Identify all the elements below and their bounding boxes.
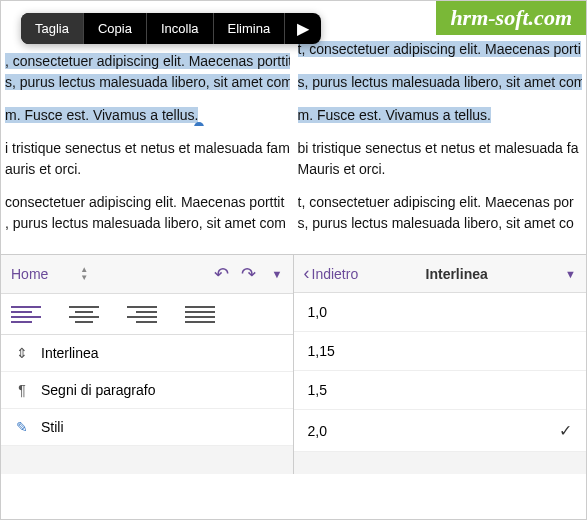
chevron-left-icon: ‹ — [304, 263, 310, 284]
format-panel-left: Home ▲▼ ↶ ↷ ▼ ⇕ Interlinea ¶ Segni di pa… — [1, 255, 294, 474]
redo-icon[interactable]: ↷ — [241, 263, 256, 285]
doc-right-column[interactable]: t, consectetuer adipiscing elit. Maecena… — [294, 1, 587, 254]
option-label: 2,0 — [308, 423, 327, 439]
text-line[interactable]: , purus lectus malesuada libero, sit ame… — [5, 213, 290, 234]
text-line[interactable]: bi tristique senectus et netus et malesu… — [298, 138, 583, 159]
option-1-5[interactable]: 1,5 — [294, 371, 587, 410]
format-item-stili[interactable]: ✎ Stili — [1, 409, 293, 446]
text-selected[interactable]: m. Fusce est. Vivamus a tellus. — [298, 107, 491, 123]
menu-copy[interactable]: Copia — [84, 13, 147, 44]
panel-title: Interlinea — [358, 266, 555, 282]
context-menu: Taglia Copia Incolla Elimina ▶ — [21, 13, 321, 44]
text-line[interactable]: i tristique senectus et netus et malesua… — [5, 138, 290, 159]
bottom-panels: Home ▲▼ ↶ ↷ ▼ ⇕ Interlinea ¶ Segni di pa… — [1, 254, 586, 474]
align-justify-button[interactable] — [185, 302, 215, 326]
tab-home[interactable]: Home — [11, 266, 48, 282]
back-button[interactable]: ‹ Indietro — [304, 263, 359, 284]
option-1-0[interactable]: 1,0 — [294, 293, 587, 332]
panel-header: Home ▲▼ ↶ ↷ ▼ — [1, 255, 293, 294]
format-item-paragrafo[interactable]: ¶ Segni di paragrafo — [1, 372, 293, 409]
text-selected[interactable]: m. Fusce est. Vivamus a tellus. — [5, 107, 198, 123]
format-label: Segni di paragrafo — [41, 382, 155, 398]
alignment-row — [1, 294, 293, 335]
paragraph-icon: ¶ — [13, 382, 31, 398]
format-item-interlinea[interactable]: ⇕ Interlinea — [1, 335, 293, 372]
text-line[interactable]: t, consectetuer adipiscing elit. Maecena… — [298, 192, 583, 213]
option-1-15[interactable]: 1,15 — [294, 332, 587, 371]
line-spacing-icon: ⇕ — [13, 345, 31, 361]
align-center-button[interactable] — [69, 302, 99, 326]
text-line[interactable]: consectetuer adipiscing elit. Maecenas p… — [5, 192, 290, 213]
align-right-button[interactable] — [127, 302, 157, 326]
interlinea-panel-right: ‹ Indietro Interlinea ▼ 1,0 1,15 1,5 2,0… — [294, 255, 587, 474]
check-icon: ✓ — [559, 421, 572, 440]
option-2-0[interactable]: 2,0 ✓ — [294, 410, 587, 452]
menu-cut[interactable]: Taglia — [21, 13, 84, 44]
interlinea-options: 1,0 1,15 1,5 2,0 ✓ — [294, 293, 587, 452]
menu-delete[interactable]: Elimina — [214, 13, 286, 44]
text-line[interactable]: Mauris et orci. — [298, 159, 583, 180]
menu-paste[interactable]: Incolla — [147, 13, 214, 44]
option-label: 1,0 — [308, 304, 327, 320]
text-selected[interactable]: , consectetuer adipiscing elit. Maecenas… — [5, 53, 290, 69]
dropdown-icon[interactable]: ▼ — [272, 268, 283, 280]
panel-header: ‹ Indietro Interlinea ▼ — [294, 255, 587, 293]
format-list: ⇕ Interlinea ¶ Segni di paragrafo ✎ Stil… — [1, 335, 293, 446]
format-label: Stili — [41, 419, 64, 435]
text-line[interactable]: s, purus lectus malesuada libero, sit am… — [298, 213, 583, 234]
tab-stepper-icon[interactable]: ▲▼ — [80, 266, 88, 282]
text-line[interactable]: auris et orci. — [5, 159, 290, 180]
selection-handle-icon[interactable] — [194, 122, 204, 126]
text-selected[interactable]: t, consectetuer adipiscing elit. Maecena… — [298, 41, 581, 57]
option-label: 1,5 — [308, 382, 327, 398]
text-selected[interactable]: s, purus lectus malesuada libero, sit am… — [298, 74, 583, 90]
menu-more-icon[interactable]: ▶ — [285, 13, 321, 44]
format-label: Interlinea — [41, 345, 99, 361]
dropdown-icon[interactable]: ▼ — [565, 268, 576, 280]
align-left-button[interactable] — [11, 302, 41, 326]
styles-icon: ✎ — [13, 419, 31, 435]
watermark-badge: hrm-soft.com — [436, 1, 586, 35]
option-label: 1,15 — [308, 343, 335, 359]
back-label: Indietro — [312, 266, 359, 282]
text-selected[interactable]: s, purus lectus malesuada libero, sit am… — [5, 74, 290, 90]
undo-icon[interactable]: ↶ — [214, 263, 229, 285]
